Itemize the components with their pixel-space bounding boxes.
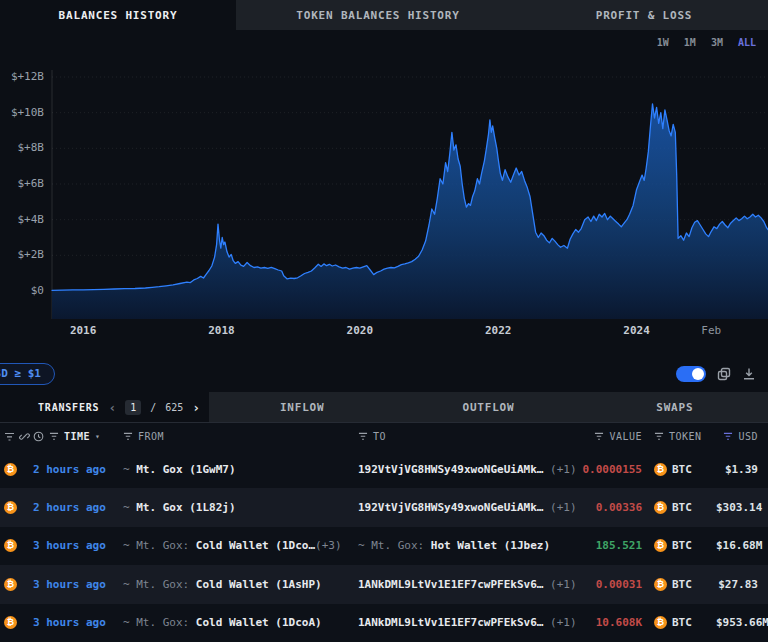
time-link[interactable]: 2 hours ago <box>33 463 106 476</box>
address-extra: (+1) <box>543 578 576 591</box>
x-axis-label: 2022 <box>485 324 512 337</box>
to-cell[interactable]: 1ANkDML9LtVv1E1EF7cwPFEkSv6… (+1) <box>350 616 578 629</box>
address-link[interactable]: Mt. Gox (1GwM7) <box>136 463 235 476</box>
x-axis-label: 2024 <box>623 324 650 337</box>
from-cell[interactable]: ~ Mt. Gox (1GwM7) <box>120 463 350 476</box>
value-cell: 185.521 <box>578 539 642 552</box>
filter-value-icon[interactable] <box>594 432 604 441</box>
time-link[interactable]: 2 hours ago <box>33 501 106 514</box>
value-cell: 0.00336 <box>578 501 642 514</box>
balance-area-chart[interactable] <box>0 30 768 355</box>
token-cell: ₿BTC <box>642 578 716 591</box>
tab-inflow[interactable]: INFLOW <box>209 392 395 422</box>
value-cell: 0.0000155 <box>578 463 642 476</box>
time-cell: 2 hours ago <box>30 463 120 476</box>
y-axis-label: $+10B <box>0 106 44 120</box>
address-link[interactable]: Mt. Gox (1L82j) <box>136 501 235 514</box>
table-row: ₿3 hours ago~ Mt. Gox: Cold Wallet (1AsH… <box>0 565 768 603</box>
to-cell[interactable]: ~ Mt. Gox: Hot Wallet (1Jbez) <box>350 539 578 552</box>
column-header-from[interactable]: FROM <box>120 431 350 442</box>
range-3m-button[interactable]: 3M <box>711 37 723 48</box>
column-header-time[interactable]: TIME ▾ <box>30 431 120 442</box>
address-extra: Mt. Gox: <box>136 616 196 629</box>
to-cell[interactable]: 192VtVjVG8HWSy49xwoNGeUiAMk… (+1) <box>350 463 578 476</box>
column-header-to[interactable]: TO <box>350 431 578 442</box>
btc-icon: ₿ <box>4 501 17 514</box>
time-link[interactable]: 3 hours ago <box>33 539 106 552</box>
address-extra: Mt. Gox: <box>136 578 196 591</box>
address-link[interactable]: 192VtVjVG8HWSy49xwoNGeUiAMk… <box>358 463 543 476</box>
usd-cell: $1.39 <box>716 463 768 476</box>
from-cell[interactable]: ~ Mt. Gox (1L82j) <box>120 501 350 514</box>
to-cell[interactable]: 1ANkDML9LtVv1E1EF7cwPFEkSv6… (+1) <box>350 578 578 591</box>
page-next-chevron[interactable]: › <box>192 400 200 415</box>
filter-usd-icon[interactable] <box>723 432 733 441</box>
y-axis-label: $+2B <box>0 248 44 262</box>
address-extra: ~ <box>123 463 136 476</box>
from-cell[interactable]: ~ Mt. Gox: Cold Wallet (1DcoA) <box>120 616 350 629</box>
tab-balances-history[interactable]: BALANCES HISTORY <box>0 0 236 30</box>
page-prev-chevron[interactable]: ‹ <box>108 400 116 415</box>
token-header-label: TOKEN <box>669 431 702 442</box>
row-token-icon-cell: ₿ <box>0 578 30 591</box>
page-total: 625 <box>165 402 183 413</box>
btc-icon: ₿ <box>4 539 17 552</box>
value-header-label: VALUE <box>609 431 642 442</box>
range-1m-button[interactable]: 1M <box>684 37 696 48</box>
btc-icon: ₿ <box>4 463 17 476</box>
table-row: ₿2 hours ago~ Mt. Gox (1GwM7)192VtVjVG8H… <box>0 450 768 488</box>
link-icon[interactable] <box>19 431 30 442</box>
address-extra: Mt. Gox: <box>371 539 431 552</box>
to-cell[interactable]: 192VtVjVG8HWSy49xwoNGeUiAMk… (+1) <box>350 501 578 514</box>
copy-icon[interactable] <box>717 367 731 381</box>
address-extra: (+1) <box>543 616 576 629</box>
address-link[interactable]: Cold Wallet (1AsHP) <box>196 578 322 591</box>
filter-token-icon[interactable] <box>654 432 664 441</box>
time-link[interactable]: 3 hours ago <box>33 616 106 629</box>
address-extra: ~ <box>123 616 136 629</box>
time-link[interactable]: 3 hours ago <box>33 578 106 591</box>
address-link[interactable]: 1ANkDML9LtVv1E1EF7cwPFEkSv6… <box>358 616 543 629</box>
column-header-usd[interactable]: USD <box>716 431 768 442</box>
filter-all-icon[interactable] <box>4 432 15 442</box>
time-cell: 3 hours ago <box>30 616 120 629</box>
row-token-icon-cell: ₿ <box>0 539 30 552</box>
value-amount: 0.0000155 <box>582 463 642 476</box>
top-tab-bar: BALANCES HISTORY TOKEN BALANCES HISTORY … <box>0 0 768 30</box>
download-icon[interactable] <box>742 367 756 381</box>
tab-token-balances-history[interactable]: TOKEN BALANCES HISTORY <box>236 0 520 30</box>
tab-profit-loss[interactable]: PROFIT & LOSS <box>520 0 768 30</box>
range-1w-button[interactable]: 1W <box>657 37 669 48</box>
address-link[interactable]: Hot Wallet (1Jbez) <box>431 539 550 552</box>
address-link[interactable]: 192VtVjVG8HWSy49xwoNGeUiAMk… <box>358 501 543 514</box>
usd-filter-chip[interactable]: USD ≥ $1 <box>0 363 55 385</box>
address-link[interactable]: Cold Wallet (1Dco… <box>196 539 315 552</box>
address-extra: (+3) <box>315 539 342 552</box>
address-extra: ~ <box>123 578 136 591</box>
from-cell[interactable]: ~ Mt. Gox: Cold Wallet (1AsHP) <box>120 578 350 591</box>
filter-from-icon[interactable] <box>123 432 133 441</box>
transfers-title[interactable]: TRANSFERS <box>38 402 99 413</box>
value-cell: 0.00031 <box>578 578 642 591</box>
token-label: BTC <box>672 539 692 552</box>
value-cell: 10.608K <box>578 616 642 629</box>
tab-outflow[interactable]: OUTFLOW <box>395 392 581 422</box>
usd-header-label: USD <box>738 431 758 442</box>
filter-time-icon[interactable] <box>49 432 59 441</box>
column-header-token[interactable]: TOKEN <box>642 431 716 442</box>
toggle-knob <box>692 368 704 380</box>
chart-toggle[interactable] <box>676 366 706 382</box>
tab-swaps[interactable]: SWAPS <box>582 392 768 422</box>
address-link[interactable]: Cold Wallet (1DcoA) <box>196 616 322 629</box>
usd-cell: $16.68M <box>716 539 768 552</box>
from-header-label: FROM <box>138 431 164 442</box>
range-all-button[interactable]: ALL <box>738 37 756 48</box>
address-link[interactable]: 1ANkDML9LtVv1E1EF7cwPFEkSv6… <box>358 578 543 591</box>
column-header-value[interactable]: VALUE <box>578 431 642 442</box>
from-cell[interactable]: ~ Mt. Gox: Cold Wallet (1Dco…(+3) <box>120 539 350 552</box>
transfers-tab-bar: TRANSFERS ‹ 1 / 625 › INFLOW OUTFLOW SWA… <box>0 392 768 422</box>
btc-icon: ₿ <box>654 501 667 514</box>
chevron-down-icon[interactable]: ▾ <box>95 432 100 441</box>
filter-to-icon[interactable] <box>358 432 368 441</box>
btc-icon: ₿ <box>4 578 17 591</box>
